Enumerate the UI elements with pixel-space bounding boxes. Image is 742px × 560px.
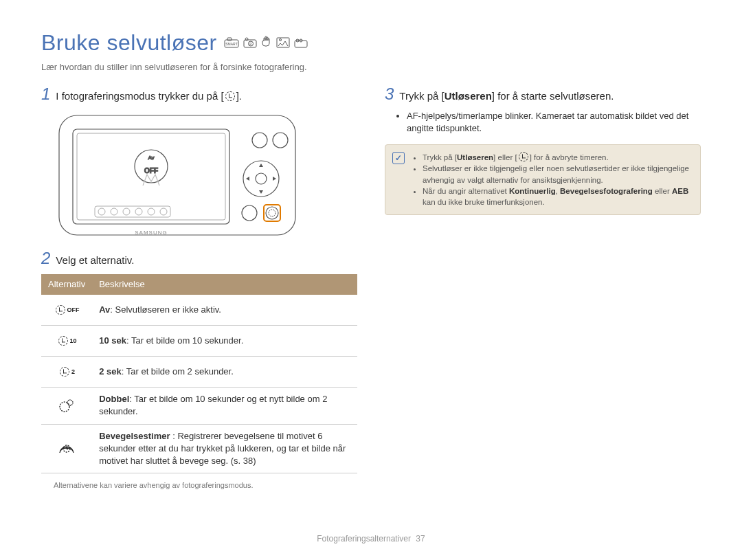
info-icon: ✓	[392, 152, 405, 164]
timer-motion-icon	[48, 439, 85, 458]
timer-icon	[519, 152, 528, 161]
step-3: 3 Trykk på [Utløseren] for å starte selv…	[385, 86, 701, 103]
table-header-alternativ: Alternativ	[41, 274, 92, 295]
table-row: 2 2 sek: Tar et bilde om 2 sekunder.	[41, 357, 357, 388]
step-number: 3	[385, 86, 394, 102]
table-row: Bevegelsestimer : Registrerer bevegelsen…	[41, 424, 357, 473]
table-cell: Dobbel: Tar et bilde om 10 sekunder og e…	[92, 388, 357, 424]
scene-icon	[276, 36, 290, 53]
step-number: 1	[41, 86, 50, 102]
timer-10-icon: 10	[48, 331, 85, 350]
table-row: OFF Av: Selvutløseren er ikke aktiv.	[41, 295, 357, 326]
svg-text:SMART: SMART	[225, 42, 237, 46]
mode-icons-row: SMART P	[224, 36, 308, 53]
table-header-beskrivelse: Beskrivelse	[92, 274, 357, 295]
manual-page: Bruke selvutløser SMART P Lær hvordan du…	[0, 0, 742, 560]
video-icon	[294, 36, 308, 53]
page-title: Bruke selvutløser	[41, 27, 217, 58]
table-row: 10 10 sek: Tar et bilde om 10 sekunder.	[41, 326, 357, 357]
camera-p-icon: P	[243, 36, 257, 53]
table-cell: 2 sek: Tar et bilde om 2 sekunder.	[92, 357, 357, 388]
svg-point-8	[279, 39, 281, 41]
svg-rect-14	[77, 133, 225, 220]
options-table: Alternativ Beskrivelse OFF Av: Selvutløs…	[41, 274, 357, 473]
title-row: Bruke selvutløser SMART P	[41, 27, 701, 58]
table-cell: Bevegelsestimer : Registrerer bevegelsen…	[92, 424, 357, 473]
list-item: AF-hjelpelys/timerlampe blinker. Kamerae…	[407, 110, 701, 135]
info-note: ✓ Trykk på [Utløseren] eller [] for å av…	[385, 144, 701, 214]
timer-double-icon	[48, 396, 85, 415]
section-name: Fotograferingsalternativer	[317, 534, 411, 544]
table-footnote: Alternativene kan variere avhengig av fo…	[54, 480, 357, 491]
step-3-bullets: AF-hjelpelys/timerlampe blinker. Kamerae…	[407, 110, 701, 135]
table-cell: 10 sek: Tar et bilde om 10 sekunder.	[92, 326, 357, 357]
step-1: 1 I fotograferingsmodus trykker du på []…	[41, 86, 357, 103]
step-text: I fotograferingsmodus trykker du på [].	[56, 86, 242, 103]
page-subtitle: Lær hvordan du stiller inn selvutløseren…	[41, 61, 701, 74]
table-cell: Av: Selvutløseren er ikke aktiv.	[92, 295, 357, 326]
screen-state-label: OFF	[144, 167, 158, 175]
timer-off-icon: OFF	[48, 300, 85, 320]
svg-text:P: P	[249, 42, 252, 46]
page-footer: Fotograferingsalternativer 37	[0, 533, 742, 545]
step-text: Velg et alternativ.	[56, 250, 134, 267]
hand-icon	[261, 36, 272, 53]
note-item: Når du angir alternativet Kontinuerlig, …	[423, 186, 692, 208]
page-number: 37	[416, 534, 425, 544]
step-2: 2 Velg et alternativ.	[41, 250, 357, 267]
camera-illustration: Av OFF SAMSUNG	[54, 110, 357, 240]
left-column: 1 I fotograferingsmodus trykker du på []…	[41, 86, 357, 491]
svg-point-27	[60, 402, 69, 412]
svg-point-28	[67, 400, 73, 405]
timer-icon	[225, 91, 235, 101]
note-item: Trykk på [Utløseren] eller [] for å avbr…	[423, 152, 692, 163]
screen-mode-label: Av	[148, 155, 154, 161]
camera-brand-label: SAMSUNG	[135, 229, 167, 236]
timer-2-icon: 2	[48, 362, 85, 381]
step-text: Trykk på [Utløseren] for å starte selvut…	[399, 86, 614, 103]
right-column: 3 Trykk på [Utløseren] for å starte selv…	[385, 86, 701, 491]
step-number: 2	[41, 250, 50, 267]
note-item: Selvutløser er ikke tilgjengelig eller n…	[423, 163, 692, 185]
svg-rect-7	[277, 38, 289, 47]
camera-smart-icon: SMART	[224, 36, 239, 53]
table-row: Dobbel: Tar et bilde om 10 sekunder og e…	[41, 388, 357, 424]
